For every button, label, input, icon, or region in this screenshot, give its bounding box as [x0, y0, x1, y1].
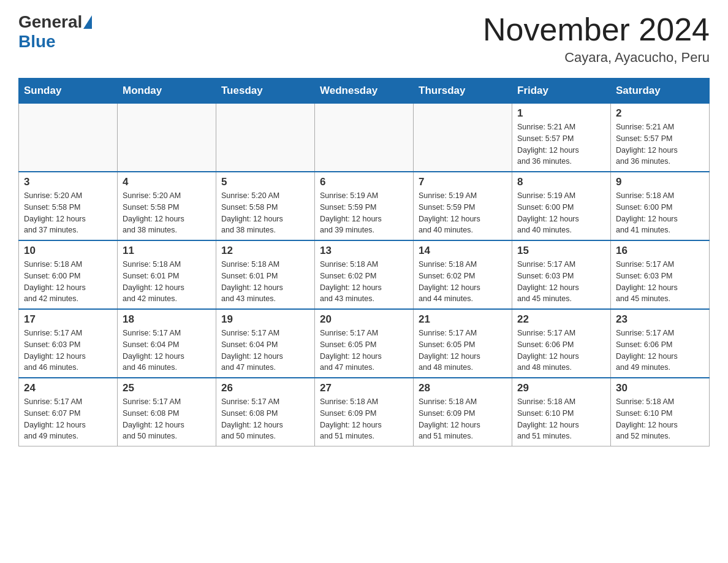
calendar-week-row: 17Sunrise: 5:17 AM Sunset: 6:03 PM Dayli…: [19, 309, 710, 378]
day-info: Sunrise: 5:21 AM Sunset: 5:57 PM Dayligh…: [517, 121, 605, 167]
page-header: General Blue November 2024 Cayara, Ayacu…: [18, 12, 710, 66]
calendar-table: Sunday Monday Tuesday Wednesday Thursday…: [18, 78, 710, 446]
day-number: 1: [517, 107, 605, 120]
day-number: 28: [419, 382, 507, 394]
day-number: 23: [616, 313, 704, 326]
logo: General Blue: [18, 12, 93, 52]
day-number: 17: [24, 313, 112, 326]
day-number: 27: [320, 382, 408, 394]
table-row: 5Sunrise: 5:20 AM Sunset: 5:58 PM Daylig…: [216, 172, 315, 240]
day-info: Sunrise: 5:21 AM Sunset: 5:57 PM Dayligh…: [616, 121, 704, 167]
table-row: 4Sunrise: 5:20 AM Sunset: 5:58 PM Daylig…: [118, 172, 216, 240]
table-row: 29Sunrise: 5:18 AM Sunset: 6:10 PM Dayli…: [512, 378, 611, 446]
day-number: 14: [419, 245, 507, 257]
day-info: Sunrise: 5:19 AM Sunset: 5:59 PM Dayligh…: [320, 190, 408, 236]
table-row: 14Sunrise: 5:18 AM Sunset: 6:02 PM Dayli…: [414, 240, 512, 309]
table-row: 10Sunrise: 5:18 AM Sunset: 6:00 PM Dayli…: [19, 240, 118, 309]
table-row: 19Sunrise: 5:17 AM Sunset: 6:04 PM Dayli…: [216, 309, 315, 378]
day-info: Sunrise: 5:18 AM Sunset: 6:01 PM Dayligh…: [123, 259, 211, 305]
day-info: Sunrise: 5:17 AM Sunset: 6:08 PM Dayligh…: [123, 396, 211, 442]
calendar-header-row: Sunday Monday Tuesday Wednesday Thursday…: [19, 79, 710, 104]
table-row: 26Sunrise: 5:17 AM Sunset: 6:08 PM Dayli…: [216, 378, 315, 446]
day-info: Sunrise: 5:17 AM Sunset: 6:03 PM Dayligh…: [616, 259, 704, 305]
table-row: 2Sunrise: 5:21 AM Sunset: 5:57 PM Daylig…: [611, 104, 710, 172]
table-row: 6Sunrise: 5:19 AM Sunset: 5:59 PM Daylig…: [315, 172, 414, 240]
calendar-week-row: 10Sunrise: 5:18 AM Sunset: 6:00 PM Dayli…: [19, 240, 710, 309]
header-tuesday: Tuesday: [216, 79, 315, 104]
day-info: Sunrise: 5:17 AM Sunset: 6:04 PM Dayligh…: [123, 327, 211, 373]
calendar-week-row: 3Sunrise: 5:20 AM Sunset: 5:58 PM Daylig…: [19, 172, 710, 240]
table-row: 20Sunrise: 5:17 AM Sunset: 6:05 PM Dayli…: [315, 309, 414, 378]
day-info: Sunrise: 5:17 AM Sunset: 6:05 PM Dayligh…: [320, 327, 408, 373]
day-info: Sunrise: 5:18 AM Sunset: 6:02 PM Dayligh…: [419, 259, 507, 305]
day-number: 9: [616, 176, 704, 188]
header-friday: Friday: [512, 79, 611, 104]
day-info: Sunrise: 5:19 AM Sunset: 6:00 PM Dayligh…: [517, 190, 605, 236]
day-info: Sunrise: 5:18 AM Sunset: 6:10 PM Dayligh…: [517, 396, 605, 442]
table-row: [315, 104, 414, 172]
day-info: Sunrise: 5:17 AM Sunset: 6:06 PM Dayligh…: [616, 327, 704, 373]
day-info: Sunrise: 5:18 AM Sunset: 6:10 PM Dayligh…: [616, 396, 704, 442]
day-number: 6: [320, 176, 408, 188]
day-number: 20: [320, 313, 408, 326]
day-info: Sunrise: 5:18 AM Sunset: 6:00 PM Dayligh…: [616, 190, 704, 236]
day-info: Sunrise: 5:20 AM Sunset: 5:58 PM Dayligh…: [123, 190, 211, 236]
day-number: 25: [123, 382, 211, 394]
table-row: 8Sunrise: 5:19 AM Sunset: 6:00 PM Daylig…: [512, 172, 611, 240]
table-row: 1Sunrise: 5:21 AM Sunset: 5:57 PM Daylig…: [512, 104, 611, 172]
day-number: 26: [221, 382, 309, 394]
day-info: Sunrise: 5:17 AM Sunset: 6:05 PM Dayligh…: [419, 327, 507, 373]
day-info: Sunrise: 5:17 AM Sunset: 6:07 PM Dayligh…: [24, 396, 112, 442]
day-number: 13: [320, 245, 408, 257]
day-info: Sunrise: 5:20 AM Sunset: 5:58 PM Dayligh…: [24, 190, 112, 236]
day-number: 4: [123, 176, 211, 188]
table-row: 12Sunrise: 5:18 AM Sunset: 6:01 PM Dayli…: [216, 240, 315, 309]
table-row: 22Sunrise: 5:17 AM Sunset: 6:06 PM Dayli…: [512, 309, 611, 378]
day-info: Sunrise: 5:18 AM Sunset: 6:02 PM Dayligh…: [320, 259, 408, 305]
day-number: 29: [517, 382, 605, 394]
day-info: Sunrise: 5:18 AM Sunset: 6:01 PM Dayligh…: [221, 259, 309, 305]
header-saturday: Saturday: [611, 79, 710, 104]
table-row: 27Sunrise: 5:18 AM Sunset: 6:09 PM Dayli…: [315, 378, 414, 446]
day-info: Sunrise: 5:18 AM Sunset: 6:09 PM Dayligh…: [419, 396, 507, 442]
table-row: 13Sunrise: 5:18 AM Sunset: 6:02 PM Dayli…: [315, 240, 414, 309]
table-row: 24Sunrise: 5:17 AM Sunset: 6:07 PM Dayli…: [19, 378, 118, 446]
logo-blue-text: Blue: [18, 32, 56, 51]
header-wednesday: Wednesday: [315, 79, 414, 104]
header-thursday: Thursday: [414, 79, 512, 104]
day-number: 5: [221, 176, 309, 188]
table-row: 3Sunrise: 5:20 AM Sunset: 5:58 PM Daylig…: [19, 172, 118, 240]
calendar-subtitle: Cayara, Ayacucho, Peru: [483, 50, 710, 66]
day-number: 12: [221, 245, 309, 257]
table-row: [414, 104, 512, 172]
table-row: 15Sunrise: 5:17 AM Sunset: 6:03 PM Dayli…: [512, 240, 611, 309]
day-number: 30: [616, 382, 704, 394]
table-row: 28Sunrise: 5:18 AM Sunset: 6:09 PM Dayli…: [414, 378, 512, 446]
day-number: 11: [123, 245, 211, 257]
day-number: 24: [24, 382, 112, 394]
day-number: 15: [517, 245, 605, 257]
table-row: 25Sunrise: 5:17 AM Sunset: 6:08 PM Dayli…: [118, 378, 216, 446]
table-row: 16Sunrise: 5:17 AM Sunset: 6:03 PM Dayli…: [611, 240, 710, 309]
day-number: 18: [123, 313, 211, 326]
table-row: 7Sunrise: 5:19 AM Sunset: 5:59 PM Daylig…: [414, 172, 512, 240]
day-info: Sunrise: 5:19 AM Sunset: 5:59 PM Dayligh…: [419, 190, 507, 236]
logo-triangle-icon: [83, 15, 92, 29]
calendar-week-row: 1Sunrise: 5:21 AM Sunset: 5:57 PM Daylig…: [19, 104, 710, 172]
table-row: 21Sunrise: 5:17 AM Sunset: 6:05 PM Dayli…: [414, 309, 512, 378]
table-row: [118, 104, 216, 172]
table-row: 30Sunrise: 5:18 AM Sunset: 6:10 PM Dayli…: [611, 378, 710, 446]
header-monday: Monday: [118, 79, 216, 104]
day-info: Sunrise: 5:17 AM Sunset: 6:04 PM Dayligh…: [221, 327, 309, 373]
day-number: 22: [517, 313, 605, 326]
day-info: Sunrise: 5:18 AM Sunset: 6:09 PM Dayligh…: [320, 396, 408, 442]
day-number: 19: [221, 313, 309, 326]
table-row: 11Sunrise: 5:18 AM Sunset: 6:01 PM Dayli…: [118, 240, 216, 309]
day-number: 7: [419, 176, 507, 188]
table-row: 17Sunrise: 5:17 AM Sunset: 6:03 PM Dayli…: [19, 309, 118, 378]
calendar-title: November 2024: [483, 12, 710, 47]
day-number: 10: [24, 245, 112, 257]
table-row: [216, 104, 315, 172]
day-info: Sunrise: 5:17 AM Sunset: 6:03 PM Dayligh…: [517, 259, 605, 305]
logo-general-text: General: [18, 12, 82, 32]
